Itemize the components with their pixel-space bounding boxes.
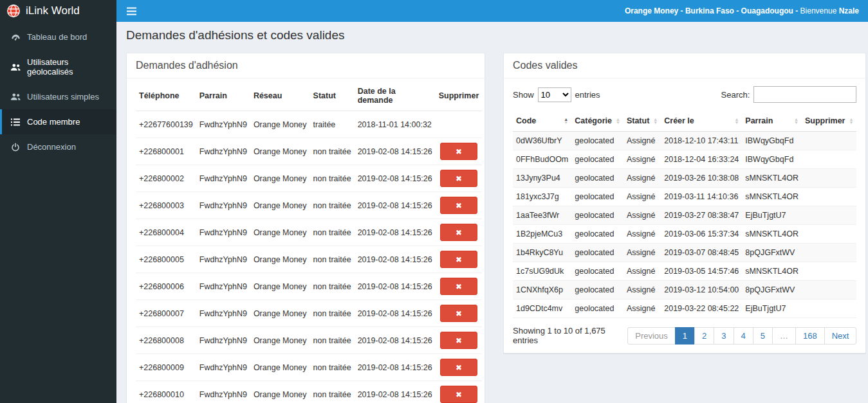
supprimer-cell [802, 225, 856, 244]
telephone-cell: +226800003 [136, 192, 196, 219]
sidebar-item-member-code[interactable]: Code membre [0, 109, 116, 134]
telephone-cell: +226800002 [136, 165, 196, 192]
close-icon: ✖ [456, 255, 462, 264]
statut-cell: Assigné [623, 206, 661, 225]
search-label: Search: [721, 90, 750, 100]
adhesion-table-row: +226800008 FwdhzYphN9 Orange Money non t… [136, 327, 482, 354]
statut-cell: Assigné [623, 132, 661, 150]
telephone-cell: +226800006 [136, 273, 196, 300]
page-button[interactable]: … [773, 327, 796, 345]
reseau-cell: Orange Money [250, 327, 310, 354]
brand[interactable]: iLink World [0, 0, 116, 22]
close-icon: ✖ [456, 174, 462, 183]
sidebar-item-label: Tableau de bord [27, 32, 87, 42]
supprimer-cell: ✖ [436, 381, 483, 403]
telephone-cell: +22677600139 [136, 111, 196, 138]
sidebar-toggle-button[interactable] [116, 0, 146, 22]
close-icon: ✖ [456, 336, 462, 345]
supprimer-cell [802, 262, 856, 281]
column-header-code[interactable]: Code ▲▼ [513, 111, 571, 132]
column-header-parrain[interactable]: Parrain ▲▼ [742, 111, 802, 132]
supprimer-cell: ✖ [436, 165, 483, 192]
delete-button[interactable]: ✖ [440, 305, 477, 322]
delete-button[interactable]: ✖ [440, 359, 477, 376]
code-table-row: 0FFhBudOOm geolocated Assigné 2018-12-04… [513, 150, 856, 169]
supprimer-cell [802, 281, 856, 300]
date-cell: 2019-02-08 14:15:26 [355, 381, 436, 403]
reseau-cell: Orange Money [250, 381, 310, 403]
date-cell: 2019-02-08 14:15:26 [355, 327, 436, 354]
parrain-cell: 8pQJGFxtWV [742, 244, 802, 262]
categorie-cell: geolocated [571, 281, 623, 300]
delete-button[interactable]: ✖ [440, 197, 477, 214]
column-header-categorie[interactable]: Catégorie ▲▼ [571, 111, 623, 132]
column-header-supprimer[interactable]: Supprimer ▲▼ [802, 111, 856, 132]
sidebar-item-users-simple[interactable]: Utilisateurs simples [0, 84, 116, 109]
code-cell: 1b4RkyC8Yu [513, 244, 571, 262]
column-header-creer-le[interactable]: Créer le ▲▼ [661, 111, 742, 132]
telephone-cell: +226800009 [136, 354, 196, 381]
show-label: Show [513, 90, 534, 100]
delete-button[interactable]: ✖ [440, 278, 477, 295]
reseau-cell: Orange Money [250, 246, 310, 273]
date-cell: 2019-02-08 14:15:26 [355, 192, 436, 219]
column-header-date: Date de la demande [355, 81, 436, 111]
delete-button[interactable]: ✖ [440, 224, 477, 241]
categorie-cell: geolocated [571, 225, 623, 244]
parrain-cell: FwdhzYphN9 [196, 219, 250, 246]
table-info: Showing 1 to 10 of 1,675 entries [513, 326, 627, 345]
page-button[interactable]: 4 [734, 327, 753, 345]
statut-cell: non traitée [310, 219, 355, 246]
column-header-supprimer: Supprimer [436, 81, 483, 111]
sidebar-item-logout[interactable]: Déconnexion [0, 134, 116, 159]
delete-button[interactable]: ✖ [440, 251, 477, 268]
user-info[interactable]: Orange Money - Burkina Faso - Ouagadougo… [625, 6, 868, 15]
date-cell: 2019-02-08 14:15:26 [355, 300, 436, 327]
search-input[interactable] [753, 86, 856, 103]
adhesion-table-row: +226800001 FwdhzYphN9 Orange Money non t… [136, 138, 482, 165]
creer-le-cell: 2019-03-27 08:38:47 [661, 206, 742, 225]
categorie-cell: geolocated [571, 262, 623, 281]
creer-le-cell: 2019-03-11 14:10:36 [661, 188, 742, 206]
codes-header-row: Code ▲▼ Catégorie ▲▼ [513, 111, 856, 132]
supprimer-cell [802, 132, 856, 150]
code-table-row: 1d9CDtc4mv geolocated Assigné 2019-03-22… [513, 300, 856, 318]
page-button[interactable]: 168 [796, 327, 825, 345]
close-icon: ✖ [456, 282, 462, 291]
user-name: Nzale [839, 6, 859, 15]
parrain-cell: sMNSKTL4OR [742, 188, 802, 206]
adhesion-table-row: +226800006 FwdhzYphN9 Orange Money non t… [136, 273, 482, 300]
parrain-cell: FwdhzYphN9 [196, 354, 250, 381]
creer-le-cell: 2019-03-05 14:57:46 [661, 262, 742, 281]
sidebar-item-dashboard[interactable]: Tableau de bord [0, 24, 116, 49]
code-table-row: 1b4RkyC8Yu geolocated Assigné 2019-03-07… [513, 244, 856, 262]
reseau-cell: Orange Money [250, 111, 310, 138]
delete-button[interactable]: ✖ [440, 170, 477, 187]
delete-button[interactable]: ✖ [440, 332, 477, 349]
code-cell: 13Jyny3Pu4 [513, 169, 571, 188]
column-header-reseau: Réseau [250, 81, 310, 111]
reseau-cell: Orange Money [250, 138, 310, 165]
page-button[interactable]: Previous [627, 327, 676, 345]
sidebar-item-users-geolocated[interactable]: Utilisateurs géolocalisés [0, 49, 116, 84]
delete-button[interactable]: ✖ [440, 386, 477, 403]
page-button[interactable]: Next [825, 327, 857, 345]
page-button[interactable]: 3 [714, 327, 734, 345]
date-cell: 2018-11-01 14:00:32 [355, 111, 436, 138]
page-button[interactable]: 5 [753, 327, 773, 345]
page-button[interactable]: 2 [695, 327, 714, 345]
sort-icon: ▲▼ [790, 118, 799, 125]
date-cell: 2019-02-08 14:15:26 [355, 219, 436, 246]
column-header-statut: Statut [310, 81, 355, 111]
codes-panel: Codes valides Show 10 entries Search: [503, 53, 866, 354]
supprimer-cell [802, 244, 856, 262]
column-header-statut[interactable]: Statut ▲▼ [623, 111, 661, 132]
page-button[interactable]: 1 [676, 327, 695, 345]
page-length-select[interactable]: 10 [538, 87, 571, 102]
code-table-row: 13Jyny3Pu4 geolocated Assigné 2019-03-26… [513, 169, 856, 188]
adhesion-table-row: +226800003 FwdhzYphN9 Orange Money non t… [136, 192, 482, 219]
supprimer-cell: ✖ [436, 111, 483, 138]
page-length-control: Show 10 entries [513, 87, 600, 102]
delete-button[interactable]: ✖ [440, 143, 477, 160]
creer-le-cell: 2019-03-22 08:45:22 [661, 300, 742, 318]
